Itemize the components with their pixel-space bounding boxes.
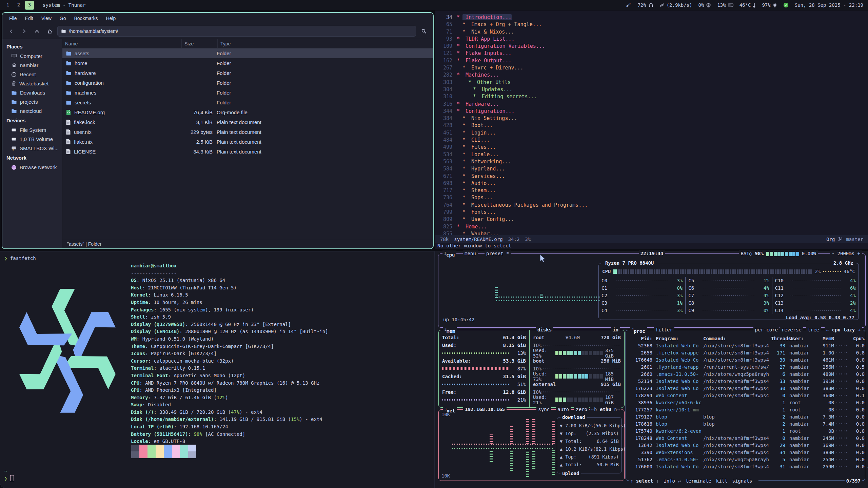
org-heading-line[interactable]: 304* Updates... (439, 86, 868, 93)
file-row[interactable]: README.org76,4 KiBOrg-mode file (62, 107, 433, 117)
forward-button[interactable] (19, 26, 29, 36)
org-heading-line[interactable]: 825* Home... (439, 223, 868, 230)
org-heading-line[interactable]: 310* Editing secrets... (439, 93, 868, 100)
org-heading-line[interactable]: 303* Other Utils (439, 79, 868, 86)
menu-view[interactable]: View (38, 15, 55, 22)
header-cpu[interactable]: Cpu% ↑ (853, 336, 865, 341)
process-row[interactable]: 178294Web Content/nix/store/sm8fmrf3wps4… (626, 392, 865, 399)
sidebar-item-nextcloud[interactable]: nextcloud (2, 106, 62, 116)
sidebar-item-1-0-tb-volume[interactable]: 1,0 TB Volume (2, 135, 62, 144)
proc-box-title[interactable]: 4proc (630, 327, 647, 334)
sidebar-item-nambiar[interactable]: nambiar (2, 61, 62, 70)
file-row[interactable]: flake.lock3,1 KiBPlain text document (62, 117, 433, 127)
menu-edit[interactable]: Edit (22, 15, 37, 22)
org-heading-line[interactable]: 93* TLDR App List... (439, 36, 868, 43)
org-heading-line[interactable]: 736* Sops... (439, 194, 868, 201)
file-row[interactable]: hardwareFolder (62, 68, 433, 78)
process-row[interactable]: 3390WebExtensions/nix/store/sm8fmrf3wps4… (626, 449, 865, 456)
process-row[interactable]: 176223Isolated Web Co/nix/store/sm8fmrf3… (626, 385, 865, 392)
sidebar-item-computer[interactable]: Computer (2, 52, 62, 61)
net-auto-button[interactable]: auto (556, 406, 571, 412)
process-row[interactable]: 177257kworker/10:1-mm_1root0B0.0 (626, 406, 865, 413)
filter-button[interactable]: filter (654, 327, 674, 333)
workspace-1[interactable]: 1 (3, 1, 12, 9)
path-bar[interactable]: /home/nambiar/system/ (57, 26, 416, 37)
org-heading-line[interactable]: 34* Introduction... (439, 14, 868, 21)
file-row[interactable]: LICENSE34,3 KiBPlain text document (62, 147, 433, 157)
process-row[interactable]: 176646Isolated Web Co/nix/store/sm8fmrf3… (626, 356, 865, 363)
process-row[interactable]: 178248Web Content/nix/store/sm8fmrf3wps4… (626, 434, 865, 442)
workspace-3[interactable]: 3 (25, 1, 34, 10)
proc-per-core-button[interactable]: per-core (753, 327, 780, 333)
proc-tree-button[interactable]: tree (806, 327, 821, 333)
org-heading-line[interactable]: 534* Locale... (439, 151, 868, 158)
header-command[interactable]: Command: (703, 336, 771, 341)
org-heading-line[interactable]: 461* Login... (439, 129, 868, 137)
sidebar-item-smallbox-wi-[interactable]: SMALLBOX Wi... (2, 144, 62, 153)
file-row[interactable]: flake.nix2,5 KiBPlain text document (62, 137, 433, 147)
org-heading-line[interactable]: 162* Flake Output... (439, 57, 868, 64)
org-heading-line[interactable]: 563* Networking... (439, 158, 868, 165)
mem-box-title[interactable]: 2mem (443, 327, 457, 334)
back-button[interactable] (6, 26, 17, 36)
process-row[interactable]: 51762.emacs-31.0.50-/nix/store/wnqz5pa8r… (626, 456, 865, 463)
column-header-name[interactable]: Name (62, 39, 182, 48)
header-user[interactable]: User: (789, 336, 818, 341)
org-heading-line[interactable]: 484* CLI... (439, 137, 868, 144)
org-heading-line[interactable]: 717* Steam... (439, 187, 868, 194)
footer-select-button[interactable]: ↑ select ↓ (630, 478, 659, 484)
header-mem[interactable]: MemB (818, 336, 834, 341)
menu-file[interactable]: File (6, 15, 20, 22)
file-row[interactable]: machinesFolder (62, 88, 433, 98)
org-heading-line[interactable]: 584* Hyprland... (439, 165, 868, 172)
org-heading-line[interactable]: 428* Boot... (439, 122, 868, 129)
org-heading-line[interactable]: 344* Configuration... (439, 108, 868, 115)
process-row[interactable]: 52134Isolated Web Co/nix/store/sm8fmrf3w… (626, 378, 865, 385)
process-row[interactable]: 175749kworker/6:2-even1root0B0.0 (626, 427, 865, 434)
io-mode-button[interactable]: io (611, 327, 620, 333)
preset-button[interactable]: preset * (485, 250, 511, 257)
column-header-type[interactable]: Type (218, 39, 433, 48)
file-row[interactable]: secretsFolder (62, 98, 433, 107)
org-heading-line[interactable]: 764* Miscellaneous Packages and Programs… (439, 202, 868, 209)
up-button[interactable] (32, 26, 42, 36)
proc-sort-control[interactable]: ← cpu lazy → (825, 327, 862, 333)
process-row[interactable]: 176000Isolated Web Co/nix/store/sm8fmrf3… (626, 463, 865, 470)
process-row[interactable]: 52368Isolated Web Co/nix/store/sm8fmrf3w… (626, 342, 865, 349)
cpu-box-title[interactable]: 1cpu (442, 250, 456, 258)
process-row[interactable]: 178616btopbtop2nambiar7.4M0.0 (626, 420, 865, 427)
search-button[interactable] (418, 26, 430, 36)
net-zero-button[interactable]: zero (574, 406, 589, 412)
workspace-2[interactable]: 2 (14, 1, 23, 9)
header-threads[interactable]: Threads: (771, 336, 785, 341)
org-heading-line[interactable]: 316* Hardware... (439, 101, 868, 108)
sidebar-item-wastebasket[interactable]: Wastebasket (2, 79, 62, 88)
org-heading-line[interactable]: 384* Nix Settings... (439, 115, 868, 122)
column-header-size[interactable]: Size (182, 39, 218, 48)
sidebar-item-file-system[interactable]: File System (2, 125, 62, 135)
process-row[interactable]: 179127btopbtop2nambiar7.3M0.0 (626, 413, 865, 420)
process-row[interactable]: 13642Isolated Web Co/nix/store/sm8fmrf3w… (626, 442, 865, 449)
menu-go[interactable]: Go (56, 15, 70, 22)
org-heading-line[interactable]: 109* Configuration Variables... (439, 43, 868, 50)
header-program[interactable]: Program: (656, 336, 703, 341)
org-heading-line[interactable]: 65* Emacs + Org + Tangle... (439, 21, 868, 28)
org-heading-line[interactable]: 499* Files... (439, 144, 868, 151)
header-pid[interactable]: Pid: (629, 336, 652, 341)
org-heading-line[interactable]: 267* Envrc + Direnv... (439, 64, 868, 72)
process-row[interactable]: 38936kworker/u64:6-kc1root0B0.0 (626, 399, 865, 406)
disks-title[interactable]: disks (536, 327, 553, 333)
net-interface-switch[interactable]: ←b eth0 n→ (590, 406, 622, 412)
org-heading-line[interactable]: 282* Machines... (439, 72, 868, 79)
menu-button[interactable]: menu (463, 250, 478, 257)
fastfetch-terminal-window[interactable]: ❯ fastfetch nambiar@smallbox------------… (0, 251, 435, 488)
emacs-org-buffer[interactable]: 34* Introduction...65* Emacs + Org + Tan… (435, 11, 868, 236)
sidebar-item-browse-network[interactable]: Browse Network (2, 163, 62, 172)
footer-signals-button[interactable]: signals (732, 478, 752, 484)
interval-control[interactable]: - 2000ms + (830, 250, 862, 257)
sidebar-item-downloads[interactable]: Downloads (2, 88, 62, 97)
footer-info-button[interactable]: info ↵ (664, 478, 681, 484)
home-button[interactable] (44, 26, 55, 36)
file-row[interactable]: configurationFolder (62, 78, 433, 88)
shell-prompt-bottom[interactable]: ~❯ (4, 468, 14, 482)
